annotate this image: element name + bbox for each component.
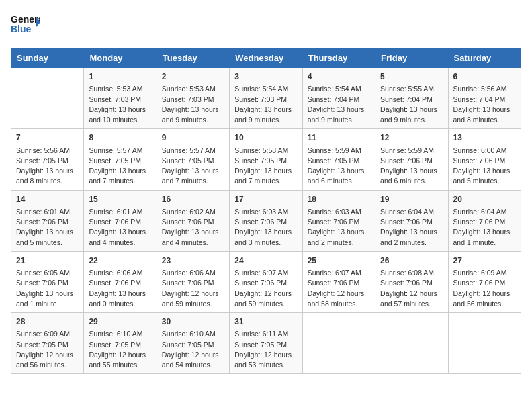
header-thursday: Thursday [302,49,375,68]
header-wednesday: Wednesday [230,49,302,68]
calendar-cell: 9Sunrise: 5:57 AM Sunset: 7:05 PM Daylig… [157,129,229,190]
day-number: 18 [308,194,370,205]
day-info: Sunrise: 6:06 AM Sunset: 7:06 PM Dayligh… [89,268,151,309]
calendar-cell [302,313,375,374]
calendar-cell: 27Sunrise: 6:09 AM Sunset: 7:06 PM Dayli… [448,251,521,312]
day-number: 19 [380,194,443,205]
day-info: Sunrise: 5:54 AM Sunset: 7:04 PM Dayligh… [308,84,370,125]
day-info: Sunrise: 5:56 AM Sunset: 7:04 PM Dayligh… [453,84,516,125]
calendar-cell: 8Sunrise: 5:57 AM Sunset: 7:05 PM Daylig… [84,129,157,190]
header-sunday: Sunday [11,49,84,68]
calendar-cell [448,313,521,374]
day-info: Sunrise: 5:56 AM Sunset: 7:05 PM Dayligh… [16,146,79,187]
day-number: 22 [89,255,151,267]
calendar-cell [375,313,448,374]
calendar-cell: 20Sunrise: 6:04 AM Sunset: 7:06 PM Dayli… [448,190,521,251]
day-number: 7 [16,132,79,144]
day-info: Sunrise: 6:11 AM Sunset: 7:05 PM Dayligh… [234,329,297,370]
day-number: 20 [453,194,516,205]
calendar-cell: 1Sunrise: 5:53 AM Sunset: 7:03 PM Daylig… [84,68,157,129]
header-tuesday: Tuesday [157,49,229,68]
week-row-5: 28Sunrise: 6:09 AM Sunset: 7:05 PM Dayli… [11,313,521,374]
day-number: 6 [453,71,516,83]
calendar-cell: 3Sunrise: 5:54 AM Sunset: 7:03 PM Daylig… [230,68,302,129]
day-number: 13 [453,132,516,144]
week-row-1: 1Sunrise: 5:53 AM Sunset: 7:03 PM Daylig… [11,68,521,129]
day-info: Sunrise: 6:03 AM Sunset: 7:06 PM Dayligh… [234,207,297,248]
calendar-cell: 28Sunrise: 6:09 AM Sunset: 7:05 PM Dayli… [11,313,84,374]
calendar-cell: 21Sunrise: 6:05 AM Sunset: 7:06 PM Dayli… [11,251,84,312]
calendar-cell: 11Sunrise: 5:59 AM Sunset: 7:05 PM Dayli… [302,129,375,190]
day-info: Sunrise: 5:58 AM Sunset: 7:05 PM Dayligh… [234,146,297,187]
day-number: 12 [380,132,443,144]
day-number: 5 [380,71,443,83]
day-info: Sunrise: 5:55 AM Sunset: 7:04 PM Dayligh… [380,84,443,125]
day-info: Sunrise: 6:10 AM Sunset: 7:05 PM Dayligh… [162,329,224,370]
svg-text:Blue: Blue [11,24,32,34]
header-monday: Monday [84,49,157,68]
day-number: 28 [16,316,79,328]
day-number: 17 [234,194,297,205]
day-info: Sunrise: 5:53 AM Sunset: 7:03 PM Dayligh… [162,84,224,125]
day-number: 23 [162,255,224,267]
day-number: 29 [89,316,151,328]
week-row-2: 7Sunrise: 5:56 AM Sunset: 7:05 PM Daylig… [11,129,521,190]
day-info: Sunrise: 6:07 AM Sunset: 7:06 PM Dayligh… [234,268,297,309]
week-row-4: 21Sunrise: 6:05 AM Sunset: 7:06 PM Dayli… [11,251,521,312]
day-number: 9 [162,132,224,144]
day-number: 10 [234,132,297,144]
calendar-cell: 5Sunrise: 5:55 AM Sunset: 7:04 PM Daylig… [375,68,448,129]
calendar-cell: 12Sunrise: 5:59 AM Sunset: 7:06 PM Dayli… [375,129,448,190]
calendar-cell: 4Sunrise: 5:54 AM Sunset: 7:04 PM Daylig… [302,68,375,129]
day-number: 4 [308,71,370,83]
day-info: Sunrise: 5:59 AM Sunset: 7:05 PM Dayligh… [308,146,370,187]
day-info: Sunrise: 6:09 AM Sunset: 7:06 PM Dayligh… [453,268,516,309]
day-number: 11 [308,132,370,144]
calendar-cell [11,68,84,129]
day-number: 2 [162,71,224,83]
calendar-cell: 19Sunrise: 6:04 AM Sunset: 7:06 PM Dayli… [375,190,448,251]
page-header: GeneralBlue [11,11,521,40]
day-info: Sunrise: 5:57 AM Sunset: 7:05 PM Dayligh… [162,146,224,187]
day-number: 16 [162,194,224,205]
day-number: 15 [89,194,151,205]
header-saturday: Saturday [448,49,521,68]
day-number: 24 [234,255,297,267]
calendar-cell: 25Sunrise: 6:07 AM Sunset: 7:06 PM Dayli… [302,251,375,312]
calendar-cell: 23Sunrise: 6:06 AM Sunset: 7:06 PM Dayli… [157,251,229,312]
calendar-cell: 31Sunrise: 6:11 AM Sunset: 7:05 PM Dayli… [230,313,302,374]
calendar-cell: 16Sunrise: 6:02 AM Sunset: 7:06 PM Dayli… [157,190,229,251]
calendar-table: SundayMondayTuesdayWednesdayThursdayFrid… [11,48,521,374]
day-number: 14 [16,194,79,205]
day-info: Sunrise: 6:00 AM Sunset: 7:06 PM Dayligh… [453,146,516,187]
calendar-cell: 26Sunrise: 6:08 AM Sunset: 7:06 PM Dayli… [375,251,448,312]
day-number: 30 [162,316,224,328]
calendar-cell: 17Sunrise: 6:03 AM Sunset: 7:06 PM Dayli… [230,190,302,251]
day-number: 8 [89,132,151,144]
logo: GeneralBlue [11,11,40,40]
calendar-cell: 2Sunrise: 5:53 AM Sunset: 7:03 PM Daylig… [157,68,229,129]
day-info: Sunrise: 6:07 AM Sunset: 7:06 PM Dayligh… [308,268,370,309]
day-number: 3 [234,71,297,83]
day-info: Sunrise: 6:06 AM Sunset: 7:06 PM Dayligh… [162,268,224,309]
day-info: Sunrise: 6:10 AM Sunset: 7:05 PM Dayligh… [89,329,151,370]
calendar-cell: 14Sunrise: 6:01 AM Sunset: 7:06 PM Dayli… [11,190,84,251]
day-number: 1 [89,71,151,83]
day-info: Sunrise: 6:08 AM Sunset: 7:06 PM Dayligh… [380,268,443,309]
day-info: Sunrise: 6:01 AM Sunset: 7:06 PM Dayligh… [16,207,79,248]
day-number: 31 [234,316,297,328]
day-number: 25 [308,255,370,267]
calendar-cell: 30Sunrise: 6:10 AM Sunset: 7:05 PM Dayli… [157,313,229,374]
day-number: 21 [16,255,79,267]
day-info: Sunrise: 6:04 AM Sunset: 7:06 PM Dayligh… [380,207,443,248]
day-info: Sunrise: 6:04 AM Sunset: 7:06 PM Dayligh… [453,207,516,248]
header-friday: Friday [375,49,448,68]
calendar-cell: 22Sunrise: 6:06 AM Sunset: 7:06 PM Dayli… [84,251,157,312]
calendar-cell: 24Sunrise: 6:07 AM Sunset: 7:06 PM Dayli… [230,251,302,312]
days-header-row: SundayMondayTuesdayWednesdayThursdayFrid… [11,49,521,68]
day-info: Sunrise: 6:01 AM Sunset: 7:06 PM Dayligh… [89,207,151,248]
calendar-cell: 29Sunrise: 6:10 AM Sunset: 7:05 PM Dayli… [84,313,157,374]
logo-svg: GeneralBlue [11,11,40,40]
calendar-cell: 10Sunrise: 5:58 AM Sunset: 7:05 PM Dayli… [230,129,302,190]
calendar-cell: 6Sunrise: 5:56 AM Sunset: 7:04 PM Daylig… [448,68,521,129]
